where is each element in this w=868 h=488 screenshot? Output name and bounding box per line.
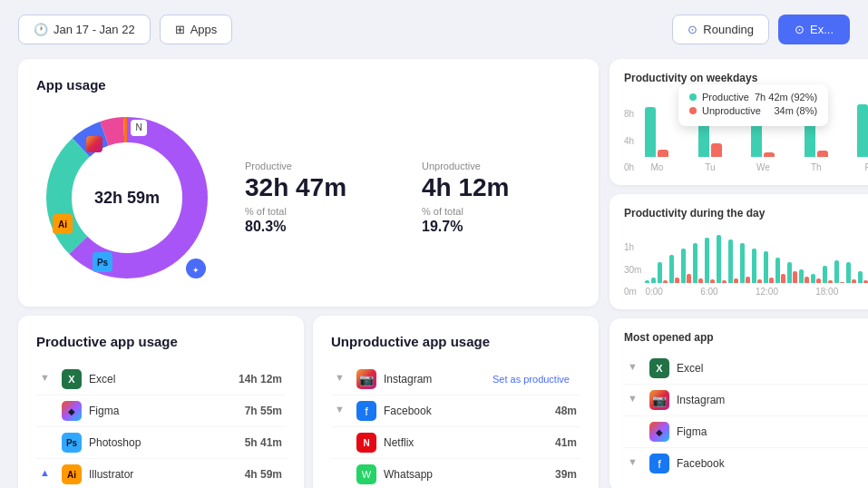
day-bar-group xyxy=(764,229,774,283)
unproductive-bar xyxy=(658,150,668,157)
app-name: Figma xyxy=(89,405,238,417)
productive-pct-label: % of total xyxy=(245,206,404,217)
svg-text:Ai: Ai xyxy=(58,220,67,229)
app-name: Excel xyxy=(89,373,231,386)
app-usage-content: N Ai Ps ✦ xyxy=(36,107,580,288)
unproductive-bar xyxy=(757,279,762,283)
day-bar-group xyxy=(834,229,844,283)
set-productive-button[interactable]: Set as productive xyxy=(493,374,570,385)
day-bar-group xyxy=(823,229,833,283)
instagram-icon: 📷 xyxy=(649,390,669,410)
unproductive-apps-list: ▼ 📷 Instagram Set as productive ▼ f Face… xyxy=(331,364,580,488)
productive-bar xyxy=(823,266,827,283)
unproductive-dot xyxy=(689,107,697,114)
unproductive-apps-title: Unproductive app usage xyxy=(331,334,580,349)
productive-bar xyxy=(740,243,745,283)
app-time: 39m xyxy=(555,468,577,481)
list-item: ▼ X Excel 14h 12m xyxy=(36,364,286,395)
unproductive-bar xyxy=(840,282,844,283)
bars-fr xyxy=(857,93,868,157)
unproductive-bar xyxy=(663,280,668,283)
facebook-icon: f xyxy=(649,454,669,473)
chevron-down-icon[interactable]: ▼ xyxy=(40,372,54,386)
chevron-down-icon[interactable]: ▼ xyxy=(628,456,642,471)
productive-dot xyxy=(689,93,697,101)
header-left: 🕐 Jan 17 - Jan 22 ⊞ Apps xyxy=(18,15,663,44)
day-bar-group xyxy=(705,229,715,283)
day-bars-wrapper: 0:00 6:00 12:00 18:00 24: xyxy=(643,229,868,297)
left-panel: App usage xyxy=(18,59,599,488)
day-label-th: Th xyxy=(811,162,822,172)
unproductive-bar xyxy=(698,278,703,283)
y-label-4h: 4h xyxy=(624,136,634,146)
day-bar-group xyxy=(693,229,703,283)
right-panel: Productivity on weekdays Productive 7h 4… xyxy=(610,59,868,488)
app-name: Netflix xyxy=(384,436,548,449)
productive-apps-title: Productive app usage xyxy=(36,334,286,349)
list-item: ▼ f Facebook 48m xyxy=(331,395,580,427)
y-label-1h: 1h xyxy=(624,242,641,252)
day-x-axis: 0:00 6:00 12:00 18:00 24: xyxy=(643,287,868,297)
app-time: 5h 41m xyxy=(245,436,282,449)
tooltip-unproductive-label: Unproductive xyxy=(702,105,761,116)
most-opened-list: ▼ X Excel ▼ 📷 Instagram ▼ ◆ Figma ▼ f xyxy=(624,353,868,479)
x-label-6: 6:00 xyxy=(700,287,717,297)
productive-bar xyxy=(728,239,733,283)
x-label-0: 0:00 xyxy=(645,287,662,297)
unproductive-bar xyxy=(746,277,750,283)
app-name: Photoshop xyxy=(89,436,238,449)
list-item: ▼ 📷 Instagram xyxy=(624,385,868,416)
rounding-button[interactable]: ⊙ Rounding xyxy=(672,15,769,44)
calendar-icon: 🕐 xyxy=(34,23,48,36)
unproductive-bar xyxy=(852,279,856,283)
tooltip-unproductive-value: 34m (8%) xyxy=(774,105,817,116)
day-bar-group xyxy=(799,229,809,283)
day-bar-group xyxy=(846,229,856,283)
svg-text:✦: ✦ xyxy=(192,266,200,275)
date-range-label: Jan 17 - Jan 22 xyxy=(54,23,135,36)
instagram-icon: 📷 xyxy=(356,369,376,389)
photoshop-icon: Ps xyxy=(62,433,82,453)
apps-label: Apps xyxy=(190,23,218,36)
app-name: Figma xyxy=(677,425,868,438)
day-y-axis: 1h 30m 0m xyxy=(624,242,641,297)
app-time: 7h 55m xyxy=(245,405,282,417)
productive-stat: Productive 32h 47m % of total 80.3% xyxy=(245,161,404,235)
app-name: Excel xyxy=(677,362,868,375)
figma-icon: ◆ xyxy=(649,422,669,442)
bars-mo xyxy=(645,93,668,157)
productive-bar xyxy=(764,251,768,283)
productive-pct: 80.3% xyxy=(245,219,404,235)
productive-bar xyxy=(651,278,656,283)
unproductive-bar xyxy=(734,278,738,283)
date-range-button[interactable]: 🕐 Jan 17 - Jan 22 xyxy=(18,15,151,44)
unproductive-bar xyxy=(687,274,691,283)
bottom-row: Productive app usage ▼ X Excel 14h 12m ▼… xyxy=(18,316,599,488)
day-bar-group xyxy=(811,229,821,283)
productive-bar xyxy=(811,274,815,283)
export-button[interactable]: ⊙ Ex... xyxy=(778,15,850,44)
day-bar-group xyxy=(775,229,785,283)
productive-bar xyxy=(752,249,756,283)
unproductive-bar xyxy=(711,143,722,157)
chevron-down-icon[interactable]: ▼ xyxy=(335,404,349,418)
apps-button[interactable]: ⊞ Apps xyxy=(160,15,233,44)
unproductive-bar xyxy=(722,280,727,283)
app-name: Instagram xyxy=(677,394,868,406)
chevron-down-icon[interactable]: ▼ xyxy=(628,393,642,407)
y-label-30m: 30m xyxy=(624,265,641,275)
productive-bar xyxy=(846,262,851,283)
most-opened-title: Most opened app xyxy=(624,331,868,344)
productive-bar xyxy=(799,269,804,283)
unproductive-value: 4h 12m xyxy=(422,175,580,200)
day-bar-group xyxy=(728,229,738,283)
tooltip-productive-value: 7h 42m (92%) xyxy=(755,92,817,102)
app-time: 4h 59m xyxy=(245,468,282,481)
day-bar-group xyxy=(740,229,750,283)
chevron-down-icon[interactable]: ▼ xyxy=(628,361,642,376)
donut-chart: N Ai Ps ✦ xyxy=(36,107,218,288)
total-time: 32h 59m xyxy=(94,189,160,208)
chevron-up-icon[interactable]: ▲ xyxy=(40,467,54,482)
app-name: Instagram xyxy=(384,373,485,386)
chevron-down-icon[interactable]: ▼ xyxy=(335,372,349,386)
